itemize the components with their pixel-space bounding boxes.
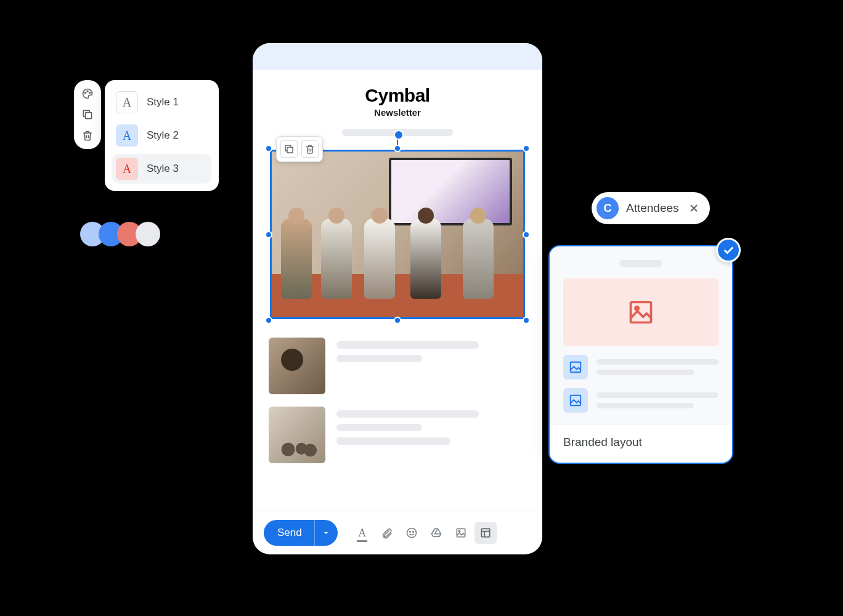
style-option-2[interactable]: A Style 2 — [112, 121, 211, 150]
resize-handle-br[interactable] — [523, 317, 530, 324]
svg-point-6 — [409, 532, 410, 533]
text-color-icon[interactable]: A — [351, 522, 373, 544]
style-swatch-1: A — [116, 91, 138, 113]
list-thumbnail — [269, 407, 325, 463]
placeholder-line — [597, 359, 719, 365]
svg-point-12 — [635, 307, 639, 310]
svg-rect-13 — [571, 362, 581, 373]
list-item[interactable] — [269, 338, 526, 394]
list-item[interactable] — [269, 407, 526, 463]
image-icon — [563, 388, 588, 413]
palette-icon[interactable] — [79, 85, 96, 102]
placeholder-line — [336, 424, 422, 431]
layout-hero-placeholder — [563, 278, 719, 346]
svg-point-7 — [412, 532, 413, 533]
list-text — [336, 338, 526, 362]
style-label: Style 2 — [147, 129, 179, 142]
send-split-button: Send — [264, 520, 338, 546]
placeholder-line — [336, 355, 422, 362]
style-swatch-2: A — [116, 124, 138, 147]
palette-color-4[interactable] — [136, 222, 160, 246]
newsletter-subtitle: Newsletter — [374, 107, 421, 118]
image-toolbar — [276, 136, 323, 162]
placeholder-line — [336, 410, 479, 418]
svg-point-9 — [458, 530, 460, 532]
attachment-icon[interactable] — [376, 522, 398, 544]
hero-image-wrapper — [270, 150, 525, 319]
format-toolbar: A — [351, 522, 497, 544]
check-icon — [716, 238, 741, 262]
resize-handle-bl[interactable] — [265, 317, 272, 324]
chip-avatar: C — [597, 197, 619, 219]
copy-icon[interactable] — [79, 106, 96, 123]
layout-icon[interactable] — [474, 522, 497, 544]
compose-header-bar[interactable] — [253, 43, 542, 70]
style-option-1[interactable]: A Style 1 — [112, 87, 211, 117]
image-icon[interactable] — [450, 522, 472, 544]
placeholder-line — [597, 403, 694, 408]
resize-handle-tm[interactable] — [394, 145, 401, 152]
resize-handle-ml[interactable] — [265, 231, 272, 238]
compose-body: Cymbal Newsletter — [253, 70, 542, 511]
layout-preview — [550, 246, 732, 424]
recipient-chip[interactable]: C Attendees — [592, 192, 710, 224]
compose-footer: Send A — [253, 511, 542, 554]
layout-template-card[interactable]: Branded layout — [548, 245, 733, 464]
content-list — [269, 338, 526, 463]
svg-point-1 — [87, 91, 88, 92]
resize-handle-bm[interactable] — [394, 317, 401, 324]
placeholder-line — [597, 370, 694, 375]
placeholder-line — [336, 437, 450, 445]
placeholder-line — [336, 341, 479, 349]
resize-handle-tl[interactable] — [265, 145, 272, 152]
placeholder-line — [597, 392, 719, 398]
compose-window: Cymbal Newsletter — [253, 43, 542, 554]
hero-image[interactable] — [270, 150, 525, 319]
svg-point-2 — [89, 92, 91, 94]
svg-rect-4 — [287, 147, 293, 153]
close-icon[interactable] — [686, 201, 701, 216]
send-more-button[interactable] — [314, 520, 338, 546]
svg-point-5 — [407, 529, 416, 538]
layout-row-placeholder — [563, 355, 719, 379]
image-icon — [563, 355, 588, 379]
style-label: Style 1 — [147, 96, 179, 108]
resize-handle-tr[interactable] — [523, 145, 530, 152]
svg-rect-8 — [457, 529, 465, 537]
trash-icon[interactable] — [301, 140, 319, 158]
resize-handle-mr[interactable] — [523, 231, 530, 238]
svg-point-0 — [84, 92, 86, 94]
brand-title: Cymbal — [365, 85, 430, 106]
svg-rect-10 — [481, 529, 489, 537]
style-picker-card: A Style 1 A Style 2 A Style 3 — [105, 80, 219, 191]
style-label: Style 3 — [147, 163, 179, 175]
drive-icon[interactable] — [425, 522, 447, 544]
chip-label: Attendees — [626, 201, 679, 215]
layout-card-title: Branded layout — [550, 424, 732, 463]
style-tool-strip — [74, 80, 101, 149]
svg-rect-14 — [571, 395, 581, 406]
image-icon — [627, 299, 654, 326]
emoji-icon[interactable] — [401, 522, 423, 544]
trash-icon[interactable] — [79, 127, 96, 144]
style-swatch-3: A — [116, 158, 138, 180]
list-thumbnail — [269, 338, 325, 394]
svg-rect-3 — [86, 113, 92, 119]
copy-icon[interactable] — [280, 140, 298, 158]
layout-row-placeholder — [563, 388, 719, 413]
send-button[interactable]: Send — [264, 520, 314, 546]
color-palette — [80, 222, 160, 246]
placeholder-line — [619, 260, 662, 267]
list-text — [336, 407, 526, 445]
style-option-3[interactable]: A Style 3 — [112, 154, 211, 184]
svg-rect-11 — [631, 302, 651, 323]
